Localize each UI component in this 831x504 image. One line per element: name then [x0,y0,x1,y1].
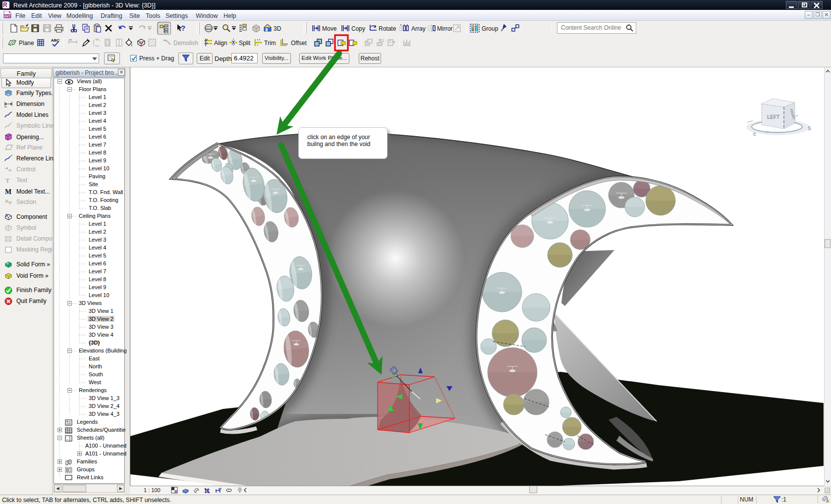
svg-text:LEFT: LEFT [767,114,779,120]
svg-text:S: S [808,126,811,131]
svg-text:M: M [5,188,11,196]
svg-text:T: T [5,177,10,184]
svg-text:?: ? [181,24,185,32]
svg-text:RVT: RVT [4,15,10,18]
svg-text:E: E [753,132,756,137]
